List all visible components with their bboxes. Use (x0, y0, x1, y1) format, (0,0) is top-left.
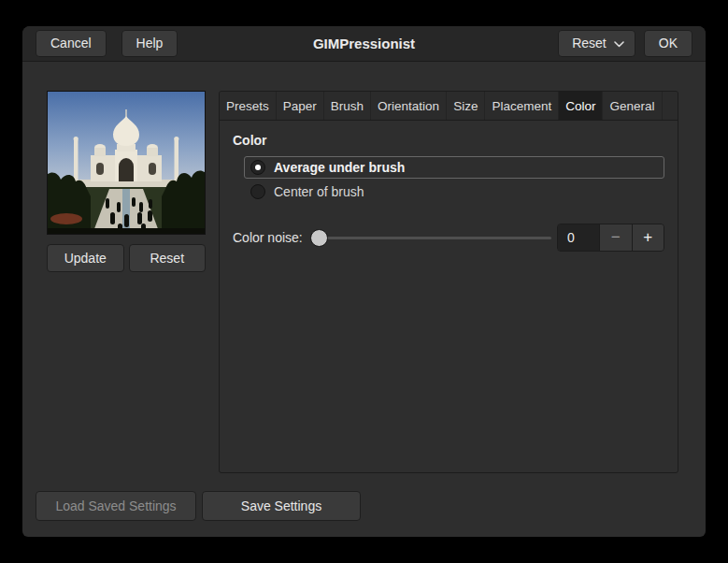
slider-handle[interactable] (310, 229, 328, 247)
chevron-down-icon (614, 36, 624, 51)
radio-selected-icon (250, 160, 265, 175)
tab-bar: Presets Paper Brush Orientation Size Pla… (220, 92, 678, 121)
load-saved-settings-button[interactable]: Load Saved Settings (36, 491, 196, 521)
window-backdrop: { "header": { "cancel": "Cancel", "help"… (0, 0, 728, 563)
slider-track (311, 237, 551, 239)
color-noise-slider[interactable] (310, 224, 552, 252)
color-noise-value[interactable] (558, 224, 599, 251)
radio-center-of-brush-label: Center of brush (274, 184, 364, 199)
color-noise-spinbox: − + (557, 224, 664, 252)
color-tab-panel: Color Average under brush Center of brus… (220, 121, 678, 264)
color-heading: Color (233, 133, 664, 148)
save-settings-button[interactable]: Save Settings (202, 491, 361, 521)
help-button[interactable]: Help (121, 30, 178, 56)
radio-center-of-brush[interactable]: Center of brush (244, 180, 664, 203)
reset-menu-label: Reset (572, 36, 607, 51)
headerbar-left-group: Cancel Help (36, 30, 178, 56)
plus-button[interactable]: + (632, 224, 664, 251)
cancel-button[interactable]: Cancel (36, 30, 107, 56)
tab-orientation[interactable]: Orientation (371, 92, 447, 120)
tab-presets[interactable]: Presets (220, 92, 277, 120)
radio-average-under-brush[interactable]: Average under brush (244, 156, 664, 179)
settings-notebook: Presets Paper Brush Orientation Size Pla… (219, 91, 678, 473)
headerbar-right-group: Reset OK (558, 30, 692, 56)
gimpressionist-dialog: GIMPressionist Cancel Help Reset OK (22, 26, 706, 537)
tab-brush[interactable]: Brush (324, 92, 371, 120)
taj-mahal-preview-image (48, 92, 205, 234)
tab-paper[interactable]: Paper (277, 92, 324, 120)
ok-button[interactable]: OK (644, 30, 692, 56)
dialog-body: Update Reset Presets Paper Brush Orienta… (22, 62, 706, 537)
radio-average-under-brush-label: Average under brush (274, 160, 405, 175)
radio-unselected-icon (250, 184, 265, 199)
footer-button-row: Load Saved Settings Save Settings (36, 491, 361, 521)
tab-placement[interactable]: Placement (485, 92, 559, 120)
preview-reset-button[interactable]: Reset (129, 244, 207, 272)
reset-menu-button[interactable]: Reset (558, 30, 635, 56)
preview-button-row: Update Reset (47, 244, 206, 272)
tab-size[interactable]: Size (447, 92, 485, 120)
minus-button[interactable]: − (599, 224, 632, 251)
color-noise-label: Color noise: (233, 230, 303, 245)
tab-general[interactable]: General (603, 92, 662, 120)
tab-color[interactable]: Color (559, 92, 603, 120)
preview-image (47, 91, 206, 235)
color-noise-row: Color noise: − + (233, 224, 664, 252)
headerbar: GIMPressionist Cancel Help Reset OK (22, 26, 706, 62)
update-button[interactable]: Update (47, 244, 124, 272)
